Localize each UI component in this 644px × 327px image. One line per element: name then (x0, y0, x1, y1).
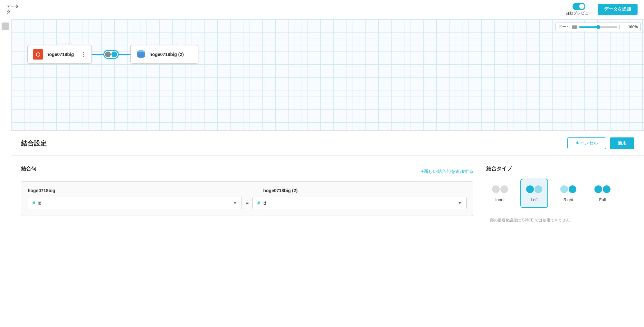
apply-button[interactable]: 適用 (610, 137, 634, 149)
join-toggle-knob-left (105, 51, 111, 57)
cancel-button[interactable]: キャンセル (567, 137, 606, 149)
full-venn-icon (594, 184, 611, 194)
line-right (119, 54, 130, 55)
right-field-select[interactable]: # Id ▼ (252, 197, 467, 209)
right-venn-icon (560, 184, 576, 194)
db-icon (136, 49, 146, 60)
target-node-title: hoge0718big (2) (149, 52, 184, 57)
canvas-area: ズーム 100% ⬡ hoge0718big ⋮ (11, 19, 644, 130)
svg-text:⬡: ⬡ (36, 52, 40, 57)
join-option-inner[interactable]: Inner (486, 179, 514, 208)
aws-icon: ⬡ (33, 49, 43, 60)
source-node-menu[interactable]: ⋮ (80, 51, 86, 58)
zoom-view-icon[interactable] (620, 25, 626, 29)
source-node-title: hoge0718big (46, 52, 74, 57)
bottom-panel: 結合設定 キャンセル 適用 結合句 +新しい結合句を追加する hoge0718b… (11, 130, 644, 327)
flow-container: ⬡ hoge0718big ⋮ hoge07 (27, 45, 198, 64)
join-toggle[interactable] (103, 50, 119, 59)
zoom-slider[interactable] (579, 26, 618, 28)
left-label: Left (531, 197, 538, 202)
app-title: データ タ (6, 4, 19, 15)
resize-handle[interactable]: · · · · · · · · · (311, 126, 344, 130)
target-node-menu[interactable]: ⋮ (187, 51, 193, 58)
right-chevron-icon: ▼ (458, 201, 462, 205)
join-clause-section: 結合句 +新しい結合句を追加する hoge0718big hoge0718big… (21, 165, 473, 223)
join-toggle-knob-right (111, 51, 117, 57)
left-field-select[interactable]: # Id ▼ (28, 197, 242, 209)
join-option-right[interactable]: Right (554, 179, 582, 208)
join-type-title: 結合タイプ (486, 166, 512, 171)
left-hash-icon: # (33, 201, 35, 206)
join-clause-title: 結合句 (21, 165, 36, 172)
zoom-bar: ズーム 100% (555, 23, 641, 31)
clause-box: hoge0718big hoge0718big (2) # Id ▼ = (21, 181, 473, 216)
join-type-options: Inner Left Right (486, 179, 634, 208)
right-field-name: Id (262, 201, 455, 206)
left-field-name: Id (38, 201, 231, 206)
full-label: Full (599, 197, 606, 202)
source-node[interactable]: ⬡ hoge0718big ⋮ (27, 45, 92, 64)
connection-line (92, 50, 130, 59)
top-bar: データ タ 自動プレビュー データを追加 (0, 0, 644, 19)
zoom-fit-icon[interactable] (572, 25, 577, 29)
bottom-panel-header: 結合設定 キャンセル 適用 (11, 131, 644, 156)
content-area: 結合句 +新しい結合句を追加する hoge0718big hoge0718big… (11, 156, 644, 233)
join-type-section: 結合タイプ Inner Left (486, 165, 634, 223)
spice-note: 一部の最適化設定は SPICE では使用できません。 (486, 218, 634, 223)
left-chevron-icon: ▼ (233, 201, 237, 205)
auto-preview-toggle[interactable] (573, 3, 585, 10)
join-option-left[interactable]: Left (520, 179, 548, 208)
sidebar-icon[interactable] (2, 23, 9, 30)
auto-preview-label: 自動プレビュー (565, 11, 592, 16)
zoom-label: ズーム (558, 24, 570, 30)
clause-row: # Id ▼ = # Id ▼ (28, 197, 467, 209)
left-venn-icon (526, 184, 542, 194)
top-bar-right: 自動プレビュー データを追加 (565, 3, 638, 16)
inner-label: Inner (495, 197, 505, 202)
header-actions: キャンセル 適用 (567, 137, 634, 149)
equals-sign: = (246, 200, 249, 206)
clause-left-header: hoge0718big (28, 188, 231, 193)
add-data-button[interactable]: データを追加 (598, 4, 638, 15)
right-label: Right (564, 197, 573, 202)
inner-venn-icon (492, 184, 508, 194)
section-title: 結合設定 (21, 139, 47, 148)
join-option-full[interactable]: Full (589, 179, 616, 208)
line-left (92, 54, 103, 55)
clause-headers: hoge0718big hoge0718big (2) (28, 188, 467, 193)
clause-right-header: hoge0718big (2) (257, 188, 467, 193)
zoom-percent: 100% (628, 25, 638, 29)
add-clause-link[interactable]: +新しい結合句を追加する (421, 169, 473, 174)
join-clause-header-row: 結合句 +新しい結合句を追加する (21, 165, 473, 177)
target-node[interactable]: hoge0718big (2) ⋮ (130, 45, 198, 64)
left-sidebar (0, 19, 11, 327)
right-hash-icon: # (257, 201, 260, 206)
